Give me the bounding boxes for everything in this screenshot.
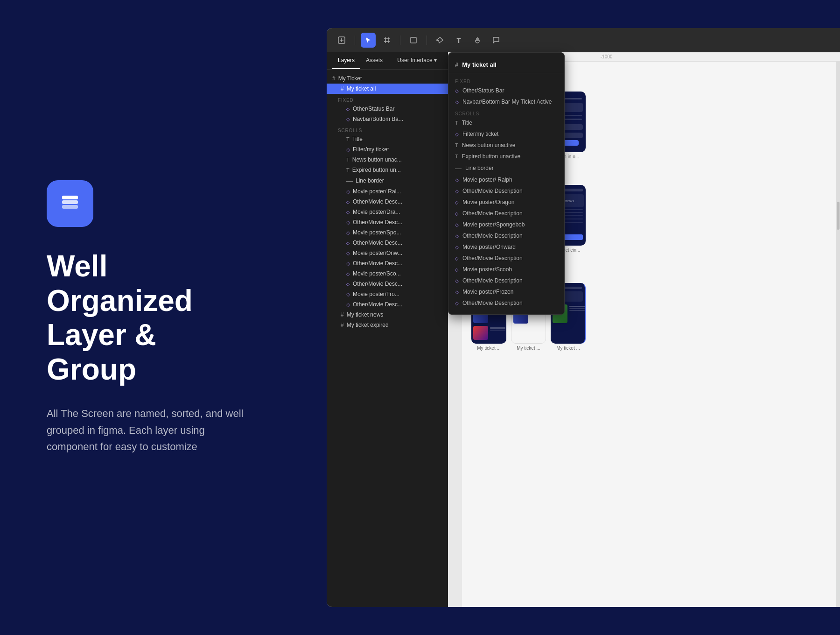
layer-expired-btn[interactable]: T Expired button un... <box>327 165 448 175</box>
layer-my-ticket-all[interactable]: # My ticket all <box>327 84 448 94</box>
user-interface-dropdown[interactable]: User Interface ▾ <box>392 52 442 69</box>
toolbar-comment-icon[interactable] <box>489 33 504 48</box>
layers-tabs: Layers Assets User Interface ▾ <box>327 52 448 70</box>
svg-rect-2 <box>62 196 78 199</box>
my-ticket-3-label: My ticket ... <box>551 346 586 351</box>
toolbar-frame-icon[interactable] <box>379 33 394 48</box>
exp-divider <box>448 73 564 73</box>
exp-filter[interactable]: ◇ Filter/my ticket <box>448 128 564 140</box>
exp-movie-desc-4[interactable]: ◇ Other/Movie Description <box>448 253 564 264</box>
svg-rect-4 <box>411 37 416 43</box>
exp-movie-desc-5[interactable]: ◇ Other/Movie Description <box>448 275 564 286</box>
expanded-title: # My ticket all <box>448 58 564 71</box>
exp-status-bar[interactable]: ◇ Other/Status Bar <box>448 85 564 96</box>
exp-movie-spongebob[interactable]: ◇ Movie poster/Spongebob <box>448 219 564 230</box>
layer-title[interactable]: T Title <box>327 134 448 144</box>
toolbar-component-icon[interactable] <box>334 33 349 48</box>
scrollbar-thumb[interactable] <box>837 202 840 230</box>
exp-movie-desc-6[interactable]: ◇ Other/Movie Description <box>448 297 564 309</box>
layer-movie-desc-5[interactable]: ◇ Other/Movie Desc... <box>327 279 448 289</box>
exp-fixed-label: FIXED <box>448 75 564 85</box>
logo-box <box>47 180 93 227</box>
scrollbar-track[interactable] <box>836 62 840 607</box>
layer-line-border[interactable]: — Line border <box>327 175 448 186</box>
layers-panel: Layers Assets User Interface ▾ # My Tick… <box>327 52 448 607</box>
svg-rect-0 <box>62 205 78 209</box>
left-panel: Well Organized Layer & Group All The Scr… <box>0 0 289 635</box>
toolbar-sep-2 <box>400 35 400 45</box>
layer-news-btn[interactable]: T News button unac... <box>327 155 448 165</box>
layer-movie-onward[interactable]: ◇ Movie poster/Onw... <box>327 248 448 258</box>
layer-movie-scoob[interactable]: ◇ Movie poster/Sco... <box>327 268 448 279</box>
layer-status-bar[interactable]: ◇ Other/Status Bar <box>327 104 448 114</box>
svg-rect-1 <box>62 200 78 204</box>
toolbar-pen-icon[interactable] <box>433 33 448 48</box>
exp-movie-onward[interactable]: ◇ Movie poster/Onward <box>448 241 564 253</box>
exp-movie-desc-1[interactable]: ◇ Other/Movie Description <box>448 185 564 197</box>
section-scrolls-1: SCROLLS <box>327 124 448 134</box>
layer-navbar[interactable]: ◇ Navbar/Bottom Ba... <box>327 114 448 124</box>
logo-icon <box>58 192 82 215</box>
exp-movie-dragon[interactable]: ◇ Movie poster/Dragon <box>448 197 564 208</box>
figma-container: T Layers Assets User Interface ▾ # My <box>327 28 840 607</box>
exp-navbar[interactable]: ◇ Navbar/Bottom Bar My Ticket Active <box>448 96 564 107</box>
figma-toolbar: T <box>327 28 840 52</box>
layer-movie-desc-6[interactable]: ◇ Other/Movie Desc... <box>327 299 448 310</box>
tab-assets[interactable]: Assets <box>360 52 388 69</box>
toolbar-select-icon[interactable] <box>361 33 376 48</box>
exp-movie-ralph[interactable]: ◇ Movie poster/ Ralph <box>448 174 564 185</box>
sub-text: All The Screen are named, sorted, and we… <box>47 405 252 455</box>
layer-movie-desc-2[interactable]: ◇ Other/Movie Desc... <box>327 217 448 227</box>
main-title: Well Organized Layer & Group <box>47 249 252 387</box>
layer-ticket-news[interactable]: # My ticket news <box>327 310 448 320</box>
layer-movie-frozen[interactable]: ◇ Movie poster/Fro... <box>327 289 448 299</box>
exp-movie-frozen[interactable]: ◇ Movie poster/Frozen <box>448 286 564 297</box>
layer-my-ticket[interactable]: # My Ticket <box>327 73 448 84</box>
exp-scrolls-label: SCROLLS <box>448 107 564 117</box>
tab-layers[interactable]: Layers <box>332 52 360 69</box>
layer-movie-desc-4[interactable]: ◇ Other/Movie Desc... <box>327 258 448 268</box>
layer-movie-spongebob[interactable]: ◇ Movie poster/Spo... <box>327 227 448 238</box>
expanded-panel: # My ticket all FIXED ◇ Other/Status Bar… <box>448 52 565 315</box>
exp-expired-btn[interactable]: T Expired button unactive <box>448 151 564 162</box>
section-fixed-1: FIXED <box>327 94 448 104</box>
layer-movie-dragon[interactable]: ◇ Movie poster/Dra... <box>327 207 448 217</box>
exp-line-border[interactable]: — Line border <box>448 162 564 174</box>
layer-movie-ralph[interactable]: ◇ Movie poster/ Ral... <box>327 186 448 197</box>
layer-ticket-expired[interactable]: # My ticket expired <box>327 320 448 330</box>
exp-movie-desc-2[interactable]: ◇ Other/Movie Description <box>448 208 564 219</box>
layer-filter[interactable]: ◇ Filter/my ticket <box>327 144 448 155</box>
layer-movie-desc-1[interactable]: ◇ Other/Movie Desc... <box>327 197 448 207</box>
layers-list: # My Ticket # My ticket all FIXED ◇ Othe… <box>327 70 448 607</box>
exp-title-item[interactable]: T Title <box>448 117 564 128</box>
my-ticket-1-label: My ticket ... <box>471 346 506 351</box>
exp-news-btn[interactable]: T News button unactive <box>448 140 564 151</box>
toolbar-shape-icon[interactable] <box>406 33 421 48</box>
exp-movie-desc-3[interactable]: ◇ Other/Movie Description <box>448 230 564 241</box>
toolbar-sep-3 <box>427 35 427 45</box>
toolbar-sep-1 <box>355 35 355 45</box>
my-ticket-2-label: My ticket ... <box>511 346 546 351</box>
logo-container <box>47 180 252 227</box>
toolbar-hand-icon[interactable] <box>470 33 485 48</box>
exp-movie-scoob[interactable]: ◇ Movie poster/Scoob <box>448 264 564 275</box>
layer-movie-desc-3[interactable]: ◇ Other/Movie Desc... <box>327 238 448 248</box>
toolbar-text-icon[interactable]: T <box>451 33 466 48</box>
figma-main: Layers Assets User Interface ▾ # My Tick… <box>327 52 840 607</box>
